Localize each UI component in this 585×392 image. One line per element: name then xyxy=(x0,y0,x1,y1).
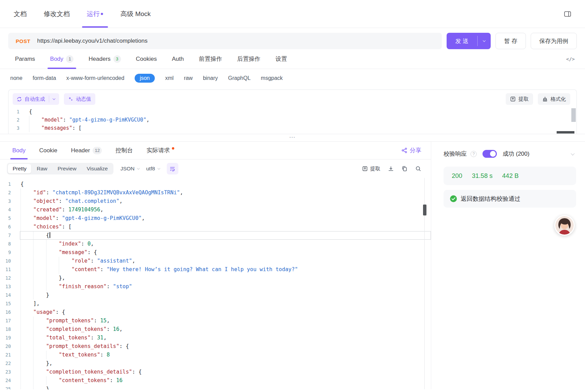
code-token: } xyxy=(46,292,49,298)
code-line[interactable]: 5"model": "gpt-4-gizmo-g-PimKVGCU0", xyxy=(0,214,431,223)
encoding-dropdown[interactable]: utf8 xyxy=(146,166,160,172)
tab-headers[interactable]: Headers 3 xyxy=(89,49,121,69)
code-line[interactable]: 14} xyxy=(0,291,431,299)
code-line[interactable]: 15], xyxy=(0,299,431,308)
tab-response-header[interactable]: Header 12 xyxy=(71,142,102,159)
tab-advanced-mock[interactable]: 高级 Mock xyxy=(120,0,151,28)
code-token: : xyxy=(107,326,113,332)
code-line[interactable]: 1{ xyxy=(0,180,431,188)
tab-settings[interactable]: 设置 xyxy=(275,49,287,69)
section-splitter[interactable]: ⋯ xyxy=(0,134,585,141)
tab-post-operations[interactable]: 后置操作 xyxy=(237,49,260,69)
tab-run[interactable]: 运行 • xyxy=(87,0,103,28)
stash-button[interactable]: 暂 存 xyxy=(495,33,526,49)
indent-guide xyxy=(21,385,33,389)
tab-auth[interactable]: Auth xyxy=(172,49,184,69)
tab-response-body[interactable]: Body xyxy=(12,142,26,159)
horizontal-scrollbar-thumb[interactable] xyxy=(557,131,574,134)
code-line[interactable]: 22}, xyxy=(0,359,431,368)
tab-docs[interactable]: 文档 xyxy=(14,0,27,28)
chevron-down-icon[interactable] xyxy=(571,151,574,155)
code-line[interactable]: 10"role": "assistant", xyxy=(0,257,431,265)
view-preview[interactable]: Preview xyxy=(53,164,81,173)
view-raw[interactable]: Raw xyxy=(32,164,52,173)
code-line[interactable]: 19"total_tokens": 31, xyxy=(0,334,431,342)
text-cursor xyxy=(50,232,50,238)
code-line[interactable]: 9"message": { xyxy=(0,248,431,257)
tab-body[interactable]: Body 1 xyxy=(50,49,74,69)
vertical-scrollbar-thumb[interactable] xyxy=(571,108,576,122)
code-line[interactable]: 3"object": "chat.completion", xyxy=(0,197,431,206)
help-icon[interactable]: ? xyxy=(471,151,477,157)
extract-button[interactable]: 提取 xyxy=(506,93,533,105)
code-line[interactable]: 23"completion_tokens_details": { xyxy=(0,368,431,376)
code-line[interactable]: 17"prompt_tokens": 15, xyxy=(0,317,431,325)
indent-guide xyxy=(33,231,46,240)
tab-label: 后置操作 xyxy=(237,55,260,63)
code-line[interactable]: 13"finish_reason": "stop" xyxy=(0,282,431,291)
body-type-graphql[interactable]: GraphQL xyxy=(228,75,251,81)
code-line[interactable]: 6"choices": [ xyxy=(0,223,431,231)
vertical-scrollbar-thumb[interactable] xyxy=(423,205,426,215)
chevron-down-icon[interactable] xyxy=(53,97,55,100)
view-visualize[interactable]: Visualize xyxy=(82,164,113,173)
download-icon[interactable] xyxy=(388,166,394,172)
body-type-binary[interactable]: binary xyxy=(203,75,218,81)
code-line[interactable]: 1{ xyxy=(9,108,576,116)
tab-console[interactable]: 控制台 xyxy=(115,142,133,159)
send-options-button[interactable] xyxy=(478,33,491,49)
body-type-urlencoded[interactable]: x-www-form-urlencoded xyxy=(66,75,124,81)
view-pretty[interactable]: Pretty xyxy=(8,164,31,173)
tab-pre-operations[interactable]: 前置操作 xyxy=(199,49,222,69)
response-json-code[interactable]: 1{2"id": "chatcmpl-89Dg32IMVQBvxAxVeQAOg… xyxy=(0,180,431,389)
body-type-none[interactable]: none xyxy=(10,75,23,81)
body-type-msgpack[interactable]: msgpack xyxy=(261,75,283,81)
validate-toggle[interactable] xyxy=(482,150,497,158)
code-line[interactable]: 3"messages": [ xyxy=(9,124,576,132)
auto-generate-button[interactable]: 自动生成 xyxy=(13,93,59,105)
code-line[interactable]: 25} xyxy=(0,385,431,389)
url-input[interactable]: POST https://api.leebay.cyou/v1/chat/com… xyxy=(8,33,442,49)
word-wrap-button[interactable] xyxy=(167,163,178,174)
code-line-content: "total_tokens": 31, xyxy=(20,334,431,342)
response-extract-button[interactable]: 提取 xyxy=(362,166,380,172)
body-type-json[interactable]: json xyxy=(135,74,155,83)
save-as-case-button[interactable]: 保存为用例 xyxy=(531,33,577,49)
code-line[interactable]: 11"content": "Hey there! How’s it going?… xyxy=(0,265,431,274)
code-line[interactable]: 16"usage": { xyxy=(0,308,431,317)
send-button[interactable]: 发 送 xyxy=(447,33,478,49)
tab-actual-request[interactable]: 实际请求 xyxy=(147,142,174,159)
dynamic-value-button[interactable]: 动态值 xyxy=(64,93,95,105)
copy-icon[interactable] xyxy=(402,166,408,172)
format-dropdown[interactable]: JSON xyxy=(120,166,139,172)
code-line[interactable]: 7{ xyxy=(0,231,431,240)
method-label: POST xyxy=(16,38,30,44)
body-type-xml[interactable]: xml xyxy=(165,75,174,81)
code-token: : xyxy=(100,352,107,358)
splitter-handle[interactable]: ⋯ xyxy=(289,134,296,141)
panel-toggle-icon[interactable] xyxy=(564,11,571,17)
avatar[interactable] xyxy=(554,215,575,236)
request-json-code[interactable]: 1{2"model": "gpt-4-gizmo-g-PimKVGCU0",3"… xyxy=(9,108,576,132)
tab-edit-docs[interactable]: 修改文档 xyxy=(44,0,70,28)
body-type-form-data[interactable]: form-data xyxy=(33,75,56,81)
indent-guide xyxy=(21,248,33,257)
body-type-raw[interactable]: raw xyxy=(184,75,193,81)
code-token: "prompt_tokens" xyxy=(46,318,94,324)
search-icon[interactable] xyxy=(415,166,421,172)
tab-params[interactable]: Params xyxy=(15,49,35,69)
code-line[interactable]: 24"content_tokens": 16 xyxy=(0,376,431,385)
code-line[interactable]: 2"id": "chatcmpl-89Dg32IMVQBvxAxVeQAOgMN… xyxy=(0,188,431,197)
code-line[interactable]: 21"text_tokens": 8 xyxy=(0,351,431,359)
code-line[interactable]: 12}, xyxy=(0,274,431,282)
tab-response-cookie[interactable]: Cookie xyxy=(39,142,57,159)
code-line[interactable]: 18"completion_tokens": 16, xyxy=(0,325,431,334)
code-line[interactable]: 8"index": 0, xyxy=(0,240,431,248)
code-line[interactable]: 20"prompt_tokens_details": { xyxy=(0,342,431,351)
code-view-icon[interactable]: </> xyxy=(566,56,575,62)
share-button[interactable]: 分享 xyxy=(402,146,421,154)
format-button[interactable]: 格式化 xyxy=(538,93,570,105)
code-line[interactable]: 4"created": 1749104956, xyxy=(0,206,431,214)
tab-cookies[interactable]: Cookies xyxy=(136,49,157,69)
code-line[interactable]: 2"model": "gpt-4-gizmo-g-PimKVGCU0", xyxy=(9,116,576,124)
